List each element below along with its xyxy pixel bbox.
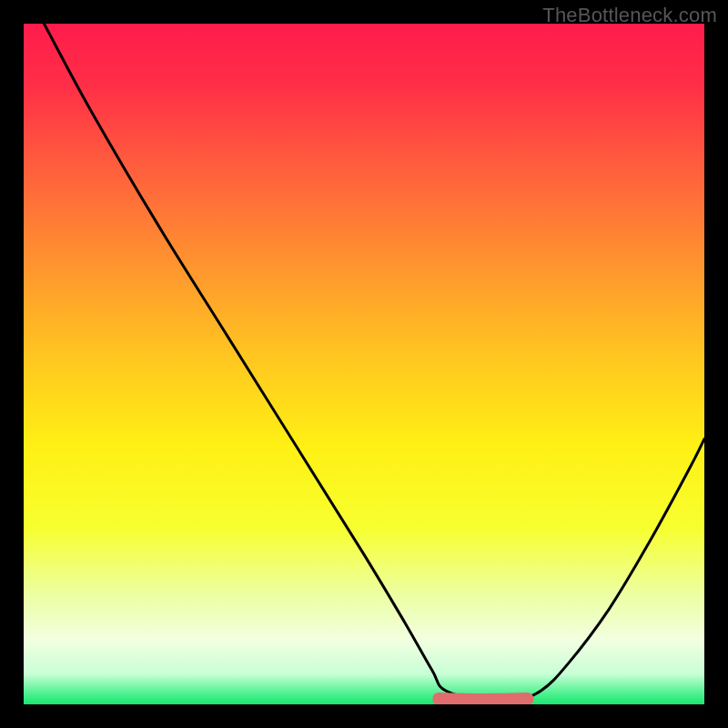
chart-stage: TheBottleneck.com (0, 0, 728, 728)
curve-layer (24, 24, 704, 704)
watermark-text: TheBottleneck.com (542, 4, 717, 27)
plot-area (24, 24, 704, 704)
bottleneck-curve (44, 24, 704, 703)
optimal-range-marker (439, 699, 527, 700)
